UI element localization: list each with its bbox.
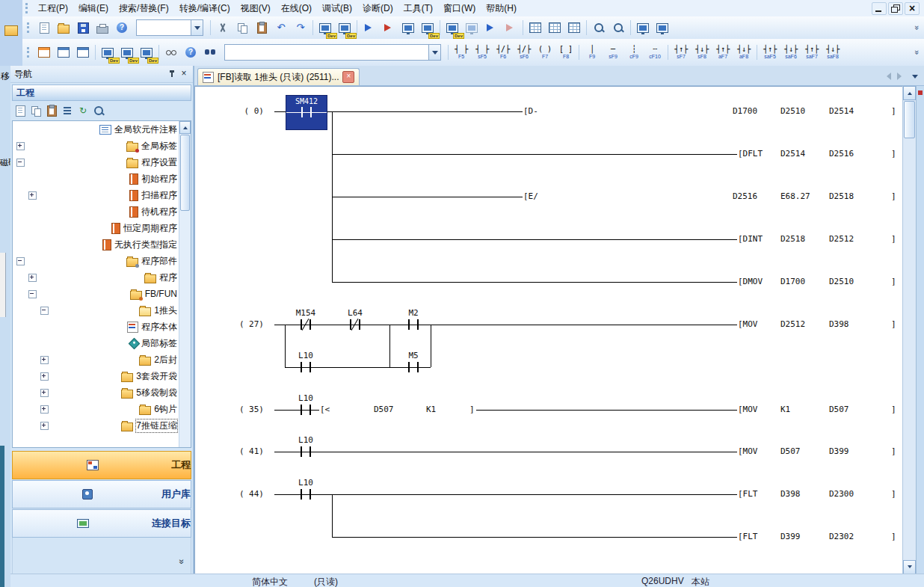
expand-icon[interactable] [40, 372, 49, 381]
tree-item-全局标签[interactable]: 全局标签 [13, 138, 191, 154]
scrollbar-thumb[interactable] [180, 135, 190, 211]
rising-pulse-close-button[interactable]: ┤↑├saF5 [760, 40, 780, 64]
menu-item-h[interactable]: 帮助(H) [481, 0, 522, 17]
cross-reference-button[interactable] [609, 18, 628, 37]
project-section-header[interactable]: 工程 [12, 84, 191, 101]
ladder-editor-canvas[interactable]: ( 0)SM412[D-D1700D2510D2514][DFLTD2514D2… [194, 86, 902, 574]
write-to-plc-button[interactable]: Dev [315, 18, 335, 37]
contact-symbol[interactable] [301, 446, 302, 457]
read-from-plc-button[interactable]: Dev [335, 18, 354, 37]
tree-item-恒定周期程序[interactable]: 恒定周期程序 [13, 220, 191, 236]
save-project-button[interactable] [73, 18, 93, 37]
monitor-mode-button[interactable]: Dev [418, 18, 437, 37]
scroll-up-icon[interactable] [179, 121, 191, 134]
tree-scrollbar[interactable] [179, 121, 191, 447]
menu-item-f[interactable]: 搜索/替换(F) [114, 0, 174, 17]
menu-item-p[interactable]: 工程(P) [33, 0, 73, 17]
tree-item-2后封[interactable]: 2后封 [13, 351, 191, 368]
paste-data-button[interactable] [44, 103, 59, 118]
contact-symbol[interactable] [417, 362, 419, 372]
contact-symbol[interactable] [301, 405, 302, 415]
scrollbar-thumb[interactable] [904, 101, 915, 138]
panel-close-icon[interactable]: × [179, 69, 189, 79]
coil-button[interactable]: ( )F7 [535, 40, 555, 64]
contact-symbol[interactable] [309, 446, 311, 457]
expand-icon[interactable] [16, 142, 25, 150]
rising-pulse-branch-button[interactable]: ┤↑├aF7 [712, 40, 733, 64]
tree-item-程序设置[interactable]: 程序设置 [13, 154, 191, 170]
chevron-down-icon[interactable] [191, 20, 203, 35]
expand-icon[interactable] [16, 257, 25, 265]
open-contact-button[interactable]: ┤ ├F5 [451, 40, 472, 64]
rising-pulse-close-branch-button[interactable]: ┤↑├saF7 [801, 40, 822, 64]
contact-symbol[interactable] [309, 319, 311, 330]
device-comment-display-button[interactable]: Dev [98, 43, 117, 62]
undo-button[interactable] [271, 18, 291, 37]
copy-button[interactable] [232, 18, 252, 37]
tab-scroll-left-icon[interactable] [881, 70, 893, 82]
menu-item-v[interactable]: 视图(V) [235, 0, 276, 17]
expand-icon[interactable] [28, 274, 37, 282]
application-instruction-button[interactable]: [ ]F8 [555, 40, 576, 64]
restore-icon[interactable] [888, 2, 903, 15]
paste-button[interactable] [252, 18, 271, 37]
falling-pulse-close-button[interactable]: ┤↓├saF6 [780, 40, 801, 64]
menu-item-w[interactable]: 窗口(W) [438, 0, 481, 17]
tree-item-扫描程序[interactable]: 扫描程序 [13, 187, 191, 203]
tree-item-无执行类型指定[interactable]: 无执行类型指定 [13, 236, 191, 253]
menu-item-t[interactable]: 工具(T) [398, 0, 438, 17]
tree-item-局部标签[interactable]: 局部标签 [13, 335, 191, 351]
expand-icon[interactable] [28, 191, 37, 200]
expand-icon[interactable] [28, 290, 37, 298]
contact-symbol[interactable] [301, 362, 302, 372]
tree-item-全局软元件注释[interactable]: 全局软元件注释 [13, 121, 191, 138]
stop-monitoring-button[interactable] [462, 18, 481, 37]
contact-symbol[interactable] [417, 319, 419, 330]
open-branch-button[interactable]: ┤ ├sF5 [472, 40, 493, 64]
expand-icon[interactable] [40, 422, 49, 430]
function-block-selection-window-button[interactable] [54, 43, 73, 62]
remote-operation-button[interactable] [379, 18, 398, 37]
contact-symbol[interactable] [359, 319, 360, 330]
nav-project-button[interactable]: 工程 [12, 451, 191, 479]
watch-window-button[interactable]: Dev [137, 43, 156, 62]
tree-item-5移袋制袋[interactable]: 5移袋制袋 [13, 384, 191, 401]
modify-value-button[interactable] [501, 18, 520, 37]
tab-menu-icon[interactable] [909, 70, 921, 82]
falling-pulse-close-branch-button[interactable]: ┤↓├saF8 [822, 40, 843, 64]
tree-item-待机程序[interactable]: 待机程序 [13, 203, 191, 220]
tree-item-1推头[interactable]: 1推头 [13, 302, 191, 319]
delete-horizontal-line-button[interactable]: ╌cF10 [644, 40, 665, 64]
expand-icon[interactable] [16, 159, 25, 167]
redo-button[interactable] [291, 18, 310, 37]
contact-symbol[interactable] [408, 319, 410, 330]
horizontal-line-button[interactable]: ─sF9 [603, 40, 623, 64]
tab-scroll-right-icon[interactable] [895, 70, 907, 82]
menu-item-e[interactable]: 编辑(E) [73, 0, 114, 17]
tree-item-初始程序[interactable]: 初始程序 [13, 170, 191, 187]
find-replace-button[interactable] [200, 43, 220, 62]
toolbar-overflow-icon[interactable]: » [912, 18, 923, 37]
scroll-down-icon[interactable] [903, 560, 916, 574]
menu-grip[interactable] [25, 3, 30, 13]
vertical-line-button[interactable]: │F9 [582, 40, 603, 64]
tab-close-icon[interactable]: × [342, 71, 354, 83]
menu-item-b[interactable]: 调试(B) [317, 0, 357, 17]
chevron-icon[interactable]: » [177, 559, 188, 565]
open-project-button[interactable] [54, 18, 73, 37]
program-combo[interactable] [136, 19, 203, 36]
filter-button[interactable] [91, 103, 106, 118]
falling-pulse-button[interactable]: ┤↓├sF8 [692, 40, 712, 64]
build-button[interactable] [526, 18, 545, 37]
help-button[interactable] [112, 18, 132, 37]
delete-vertical-line-button[interactable]: ┆cF9 [623, 40, 644, 64]
contact-symbol[interactable] [309, 489, 311, 500]
close-contact-button[interactable]: ┤/├F6 [493, 40, 514, 64]
transfer-setup-button[interactable] [398, 18, 418, 37]
device-batch-monitor-button[interactable] [481, 18, 501, 37]
close-icon[interactable] [905, 2, 920, 15]
copy-data-button[interactable] [28, 103, 43, 118]
program-check-button[interactable] [589, 18, 609, 37]
expand-icon[interactable] [40, 356, 49, 364]
tree-item-7推链压缩[interactable]: 7推链压缩 [13, 417, 191, 434]
